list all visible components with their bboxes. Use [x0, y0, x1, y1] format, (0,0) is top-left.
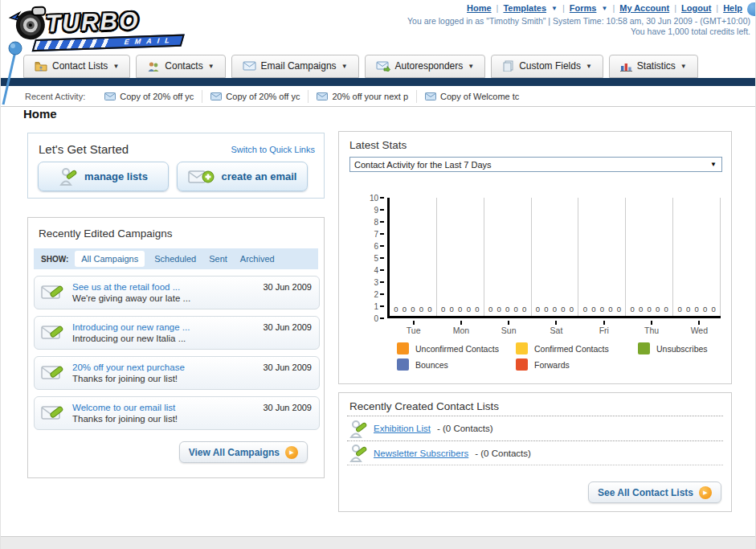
header-link-home[interactable]: Home [467, 3, 492, 13]
recently-edited-campaigns-panel: Recently Edited Campaigns SHOW: All Camp… [27, 217, 325, 478]
contact-list-link[interactable]: Exhibition List [374, 424, 431, 433]
tab-label: Email Campaigns [261, 60, 337, 72]
chart-value-label: 0 [488, 305, 492, 313]
separator: | [612, 3, 615, 13]
filter-scheduled[interactable]: Scheduled [154, 254, 196, 264]
contacts-people-icon [147, 61, 160, 72]
blue-dot-icon [747, 2, 756, 16]
chart-value-label: 0 [458, 305, 462, 313]
y-axis-tick-label: 7 [363, 229, 384, 239]
campaign-row[interactable]: See us at the retail food ... We're givi… [34, 276, 320, 309]
header-link-help[interactable]: Help [723, 3, 742, 13]
view-all-campaigns-button[interactable]: View All Campaigns ▶ [179, 441, 308, 463]
campaigns-title: Recently Edited Campaigns [39, 227, 173, 240]
filter-all-campaigns[interactable]: All Campaigns [75, 251, 145, 267]
campaign-title-link[interactable]: Introducing our new range ... [72, 322, 190, 333]
recent-activity-item[interactable]: 20% off your next p [309, 90, 417, 103]
chart-legend: Unconfirmed ContactsConfirmed ContactsUn… [397, 342, 756, 371]
envelope-pencil-icon [41, 323, 65, 343]
chart-value-labels: 00000 [673, 305, 720, 313]
chevron-down-icon: ▼ [341, 63, 348, 70]
campaign-row[interactable]: Introducing our new range ... Introducin… [34, 316, 320, 350]
legend-label: Unsubscribes [656, 344, 708, 354]
recently-created-contact-lists-panel: Recently Created Contact Lists Exhibitio… [338, 392, 732, 512]
see-all-contact-lists-button[interactable]: See All Contact Lists ▶ [588, 481, 721, 503]
header-link-my-account[interactable]: My Account [619, 3, 669, 13]
recent-activity-item[interactable]: Copy of 20% off yc [96, 90, 202, 103]
contact-list-row[interactable]: Exhibition List - (0 Contacts) [347, 416, 723, 440]
campaigns-filter-bar: SHOW: All Campaigns Scheduled Sent Archi… [34, 248, 318, 269]
recent-activity-item[interactable]: Copy of Welcome tc [417, 90, 527, 103]
chart-value-label: 0 [411, 305, 415, 313]
arrow-right-icon: ▶ [285, 446, 298, 459]
tab-custom-fields[interactable]: Custom Fields ▼ [491, 55, 603, 78]
y-axis-tick-label: 3 [363, 277, 384, 287]
chart-value-labels: 00000 [532, 305, 578, 313]
y-axis-tick-label: 2 [363, 289, 384, 299]
campaign-row[interactable]: Welcome to our email list Thanks for joi… [34, 396, 320, 430]
chart-value-label: 0 [427, 305, 431, 313]
chart-value-label: 0 [441, 305, 445, 313]
get-started-panel: Let's Get Started Switch to Quick Links … [27, 133, 325, 199]
chart-value-label: 0 [664, 305, 668, 313]
chart-value-label: 0 [677, 305, 681, 313]
chart-day-column: 00000 [673, 198, 721, 316]
campaign-text: Welcome to our email list Thanks for joi… [72, 402, 178, 424]
recent-activity-bar: Recent Activity: Copy of 20% off yc Copy… [1, 86, 755, 107]
turbo-email-logo[interactable]: TURBO EMAIL [8, 0, 202, 53]
campaign-text: 20% off your next purchase Thanks for jo… [72, 362, 185, 384]
switch-to-quick-links[interactable]: Switch to Quick Links [231, 145, 315, 154]
pointer-pin-icon [0, 40, 23, 106]
chart-value-labels: 00000 [578, 305, 625, 313]
campaign-list: See us at the retail food ... We're givi… [34, 276, 320, 430]
latest-stats-title: Latest Stats [349, 139, 407, 151]
contact-list-row[interactable]: Newsletter Subscribers - (0 Contacts) [347, 440, 723, 465]
tab-email-campaigns[interactable]: Email Campaigns ▼ [231, 55, 359, 78]
chart-value-label: 0 [656, 305, 660, 313]
latest-stats-panel: Latest Stats Contact Activity for the La… [338, 131, 732, 384]
campaign-title-link[interactable]: 20% off your next purchase [72, 362, 185, 373]
chevron-down-icon: ▼ [601, 5, 607, 12]
y-axis-tick-label: 9 [363, 205, 384, 215]
legend-item: Unsubscribes [638, 342, 756, 354]
create-an-email-button[interactable]: create an email [177, 162, 308, 191]
tab-label: Custom Fields [519, 60, 581, 72]
filter-archived[interactable]: Archived [240, 254, 275, 264]
manage-lists-button[interactable]: manage lists [38, 162, 169, 191]
legend-label: Bounces [415, 360, 448, 370]
recent-activity-text: Copy of 20% off yc [226, 92, 300, 101]
header-link-forms[interactable]: Forms [570, 3, 597, 13]
tab-contact-lists[interactable]: Contact Lists ▼ [23, 55, 130, 78]
chart-value-label: 0 [639, 305, 643, 313]
campaign-title-link[interactable]: Welcome to our email list [72, 402, 178, 413]
person-pencil-icon [349, 444, 367, 462]
x-axis-tick-label: Fri [580, 321, 627, 335]
y-axis-tick-label: 6 [363, 241, 384, 251]
chart-value-label: 0 [570, 305, 574, 313]
chart-value-labels: 00000 [437, 305, 484, 313]
legend-item: Bounces [397, 358, 516, 371]
contact-list-link[interactable]: Newsletter Subscribers [374, 449, 468, 458]
x-axis-tick-label: Mon [437, 321, 484, 335]
campaign-title-link[interactable]: See us at the retail food ... [72, 281, 190, 293]
chart-value-label: 0 [513, 305, 517, 313]
main-nav-tabs: Contact Lists ▼ Contacts ▼ Email Campaig… [23, 55, 704, 78]
tab-statistics[interactable]: Statistics ▼ [609, 55, 698, 78]
statistics-bar-chart-icon [620, 61, 632, 72]
envelope-icon [317, 92, 328, 100]
filter-sent[interactable]: Sent [209, 254, 227, 264]
contact-lists-folder-icon [35, 61, 47, 72]
stats-report-dropdown[interactable]: Contact Activity for the Last 7 Days ▼ [349, 157, 722, 172]
header-link-templates[interactable]: Templates [503, 3, 546, 13]
chart-value-label: 0 [583, 305, 587, 313]
campaign-row[interactable]: 20% off your next purchase Thanks for jo… [34, 356, 320, 390]
envelope-pencil-icon [41, 283, 65, 303]
tab-contacts[interactable]: Contacts ▼ [136, 55, 225, 78]
autoresponder-envelope-icon [376, 61, 390, 72]
y-axis-tick-label: 10 [363, 193, 384, 203]
header-link-logout[interactable]: Logout [681, 3, 711, 13]
chart-value-label: 0 [608, 305, 612, 313]
tab-autoresponders[interactable]: Autoresponders ▼ [365, 55, 486, 78]
recent-activity-item[interactable]: Copy of 20% off yc [202, 90, 309, 103]
chart-day-column: 00000 [484, 198, 532, 316]
